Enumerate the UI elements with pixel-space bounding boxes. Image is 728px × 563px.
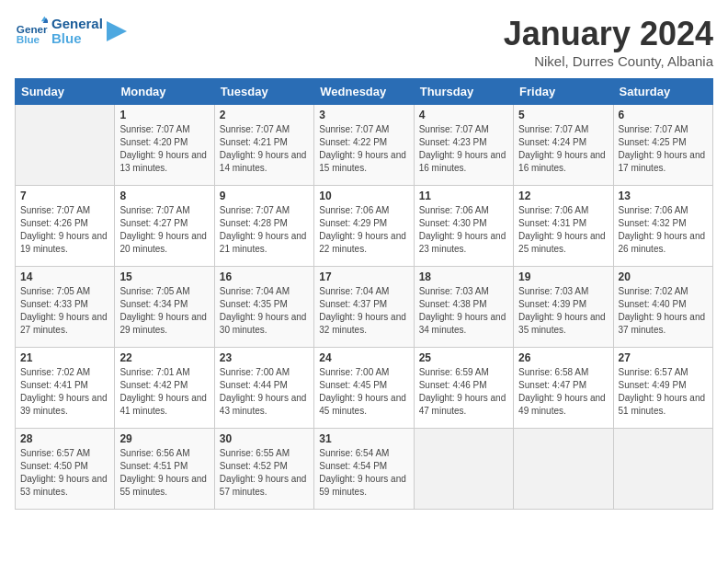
- week-row-4: 21 Sunrise: 7:02 AMSunset: 4:41 PMDaylig…: [16, 348, 713, 429]
- day-info: Sunrise: 6:55 AMSunset: 4:52 PMDaylight:…: [220, 447, 309, 499]
- day-number: 23: [220, 351, 309, 364]
- day-number: 17: [319, 270, 408, 283]
- calendar-cell: 3 Sunrise: 7:07 AMSunset: 4:22 PMDayligh…: [314, 105, 414, 186]
- logo-text-blue: Blue: [51, 31, 103, 47]
- day-number: 2: [220, 109, 309, 121]
- logo-text-general: General: [51, 17, 103, 32]
- day-info: Sunrise: 7:07 AMSunset: 4:21 PMDaylight:…: [220, 123, 309, 175]
- day-number: 16: [220, 270, 309, 283]
- day-info: Sunrise: 7:04 AMSunset: 4:37 PMDaylight:…: [319, 285, 408, 337]
- day-info: Sunrise: 7:05 AMSunset: 4:33 PMDaylight:…: [20, 285, 109, 337]
- day-number: 31: [319, 432, 408, 445]
- calendar-cell: 23 Sunrise: 7:00 AMSunset: 4:44 PMDaylig…: [214, 348, 313, 429]
- calendar-cell: 8 Sunrise: 7:07 AMSunset: 4:27 PMDayligh…: [115, 186, 214, 267]
- calendar-cell: 25 Sunrise: 6:59 AMSunset: 4:46 PMDaylig…: [414, 348, 513, 429]
- day-info: Sunrise: 6:58 AMSunset: 4:47 PMDaylight:…: [518, 366, 608, 418]
- day-number: 10: [319, 190, 408, 202]
- calendar-cell: 19 Sunrise: 7:03 AMSunset: 4:39 PMDaylig…: [514, 267, 613, 348]
- day-info: Sunrise: 7:04 AMSunset: 4:35 PMDaylight:…: [220, 285, 309, 337]
- day-number: 4: [419, 109, 508, 121]
- day-info: Sunrise: 6:59 AMSunset: 4:46 PMDaylight:…: [419, 366, 508, 418]
- day-number: 13: [619, 190, 708, 202]
- calendar-cell: [414, 429, 513, 510]
- day-number: 7: [20, 190, 109, 202]
- day-number: 25: [419, 351, 508, 364]
- calendar-cell: 11 Sunrise: 7:06 AMSunset: 4:30 PMDaylig…: [414, 186, 513, 267]
- calendar-cell: 27 Sunrise: 6:57 AMSunset: 4:49 PMDaylig…: [613, 348, 712, 429]
- calendar-cell: 15 Sunrise: 7:05 AMSunset: 4:34 PMDaylig…: [115, 267, 214, 348]
- day-number: 29: [119, 432, 209, 445]
- calendar-cell: 9 Sunrise: 7:07 AMSunset: 4:28 PMDayligh…: [214, 186, 313, 267]
- col-wednesday: Wednesday: [314, 79, 414, 105]
- calendar-cell: 16 Sunrise: 7:04 AMSunset: 4:35 PMDaylig…: [214, 267, 313, 348]
- calendar-cell: 29 Sunrise: 6:56 AMSunset: 4:51 PMDaylig…: [115, 429, 214, 510]
- calendar-cell: 21 Sunrise: 7:02 AMSunset: 4:41 PMDaylig…: [16, 348, 115, 429]
- calendar-cell: 7 Sunrise: 7:07 AMSunset: 4:26 PMDayligh…: [16, 186, 115, 267]
- day-number: 9: [220, 190, 309, 202]
- day-number: 18: [419, 270, 508, 283]
- svg-text:Blue: Blue: [17, 33, 40, 45]
- calendar-cell: 13 Sunrise: 7:06 AMSunset: 4:32 PMDaylig…: [613, 186, 712, 267]
- title-area: January 2024 Nikel, Durres County, Alban…: [504, 15, 713, 69]
- calendar-cell: [613, 429, 712, 510]
- col-sunday: Sunday: [16, 79, 115, 105]
- calendar-cell: 22 Sunrise: 7:01 AMSunset: 4:42 PMDaylig…: [115, 348, 214, 429]
- day-info: Sunrise: 7:07 AMSunset: 4:23 PMDaylight:…: [419, 123, 508, 175]
- day-info: Sunrise: 7:07 AMSunset: 4:25 PMDaylight:…: [619, 123, 708, 175]
- day-number: 12: [518, 190, 608, 202]
- day-info: Sunrise: 7:01 AMSunset: 4:42 PMDaylight:…: [119, 366, 209, 418]
- day-info: Sunrise: 6:56 AMSunset: 4:51 PMDaylight:…: [119, 447, 209, 499]
- week-row-3: 14 Sunrise: 7:05 AMSunset: 4:33 PMDaylig…: [16, 267, 713, 348]
- calendar-cell: 1 Sunrise: 7:07 AMSunset: 4:20 PMDayligh…: [115, 105, 214, 186]
- day-number: 26: [518, 351, 608, 364]
- calendar-cell: 18 Sunrise: 7:03 AMSunset: 4:38 PMDaylig…: [414, 267, 513, 348]
- calendar-cell: 6 Sunrise: 7:07 AMSunset: 4:25 PMDayligh…: [613, 105, 712, 186]
- day-number: 21: [20, 351, 109, 364]
- day-info: Sunrise: 6:57 AMSunset: 4:49 PMDaylight:…: [619, 366, 708, 418]
- day-info: Sunrise: 7:07 AMSunset: 4:26 PMDaylight:…: [20, 204, 109, 256]
- day-info: Sunrise: 7:00 AMSunset: 4:45 PMDaylight:…: [319, 366, 408, 418]
- week-row-5: 28 Sunrise: 6:57 AMSunset: 4:50 PMDaylig…: [16, 429, 713, 510]
- col-thursday: Thursday: [414, 79, 513, 105]
- location-subtitle: Nikel, Durres County, Albania: [504, 53, 713, 69]
- day-info: Sunrise: 7:03 AMSunset: 4:39 PMDaylight:…: [518, 285, 608, 337]
- col-friday: Friday: [514, 79, 613, 105]
- day-info: Sunrise: 7:00 AMSunset: 4:44 PMDaylight:…: [220, 366, 309, 418]
- day-number: 30: [220, 432, 309, 445]
- day-info: Sunrise: 7:07 AMSunset: 4:28 PMDaylight:…: [220, 204, 309, 256]
- day-number: 3: [319, 109, 408, 121]
- day-number: 22: [119, 351, 209, 364]
- day-number: 6: [619, 109, 708, 121]
- week-row-2: 7 Sunrise: 7:07 AMSunset: 4:26 PMDayligh…: [16, 186, 713, 267]
- day-number: 5: [518, 109, 608, 121]
- day-number: 1: [119, 109, 209, 121]
- day-info: Sunrise: 7:06 AMSunset: 4:31 PMDaylight:…: [518, 204, 608, 256]
- calendar-cell: 10 Sunrise: 7:06 AMSunset: 4:29 PMDaylig…: [314, 186, 414, 267]
- calendar-cell: 14 Sunrise: 7:05 AMSunset: 4:33 PMDaylig…: [16, 267, 115, 348]
- day-info: Sunrise: 7:02 AMSunset: 4:41 PMDaylight:…: [20, 366, 109, 418]
- calendar-cell: 24 Sunrise: 7:00 AMSunset: 4:45 PMDaylig…: [314, 348, 414, 429]
- logo: General Blue General Blue: [15, 15, 127, 48]
- calendar-cell: 4 Sunrise: 7:07 AMSunset: 4:23 PMDayligh…: [414, 105, 513, 186]
- calendar-header-row: Sunday Monday Tuesday Wednesday Thursday…: [16, 79, 713, 105]
- calendar-cell: [16, 105, 115, 186]
- day-number: 28: [20, 432, 109, 445]
- day-number: 24: [319, 351, 408, 364]
- day-info: Sunrise: 7:03 AMSunset: 4:38 PMDaylight:…: [419, 285, 508, 337]
- calendar-cell: 17 Sunrise: 7:04 AMSunset: 4:37 PMDaylig…: [314, 267, 414, 348]
- page-header: General Blue General Blue January 2024 N…: [15, 15, 713, 69]
- calendar-cell: [514, 429, 613, 510]
- day-info: Sunrise: 7:07 AMSunset: 4:24 PMDaylight:…: [518, 123, 608, 175]
- calendar-cell: 5 Sunrise: 7:07 AMSunset: 4:24 PMDayligh…: [514, 105, 613, 186]
- day-info: Sunrise: 6:54 AMSunset: 4:54 PMDaylight:…: [319, 447, 408, 499]
- col-tuesday: Tuesday: [214, 79, 313, 105]
- day-info: Sunrise: 7:07 AMSunset: 4:20 PMDaylight:…: [119, 123, 209, 175]
- day-info: Sunrise: 7:05 AMSunset: 4:34 PMDaylight:…: [119, 285, 209, 337]
- col-saturday: Saturday: [613, 79, 712, 105]
- calendar-cell: 12 Sunrise: 7:06 AMSunset: 4:31 PMDaylig…: [514, 186, 613, 267]
- logo-arrow-icon: [107, 21, 127, 41]
- calendar-cell: 20 Sunrise: 7:02 AMSunset: 4:40 PMDaylig…: [613, 267, 712, 348]
- day-number: 20: [619, 270, 708, 283]
- day-info: Sunrise: 7:06 AMSunset: 4:29 PMDaylight:…: [319, 204, 408, 256]
- calendar-cell: 26 Sunrise: 6:58 AMSunset: 4:47 PMDaylig…: [514, 348, 613, 429]
